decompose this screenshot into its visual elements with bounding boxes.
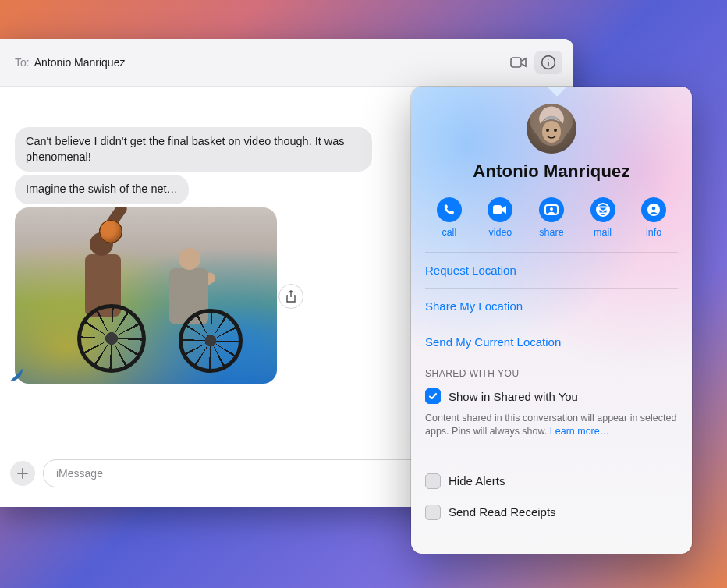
popover-actions: call video <box>411 182 692 252</box>
contact-avatar[interactable] <box>527 104 576 154</box>
compose-placeholder: iMessage <box>56 467 103 480</box>
row-send-current-location-label: Send My Current Location <box>425 335 561 349</box>
check-icon <box>428 391 438 401</box>
action-share[interactable]: share <box>529 197 574 238</box>
action-call-label: call <box>442 227 456 238</box>
popover-contact-name: Antonio Manriquez <box>411 161 692 182</box>
received-image-bubble[interactable] <box>15 207 277 384</box>
action-video-label: video <box>488 227 512 238</box>
row-show-in-shared[interactable]: Show in Shared with You <box>425 379 678 407</box>
row-hide-alerts[interactable]: Hide Alerts <box>425 462 678 492</box>
info-icon <box>541 55 556 70</box>
to-label: To: <box>15 56 30 69</box>
received-bubble-1-text: Can't believe I didn't get the final bas… <box>26 135 345 163</box>
row-share-my-location-label: Share My Location <box>425 299 523 313</box>
row-request-location[interactable]: Request Location <box>425 252 678 288</box>
action-video[interactable]: video <box>477 197 523 238</box>
action-call[interactable]: call <box>427 197 472 238</box>
conversation-titlebar: To: Antonio Manriquez <box>0 39 573 87</box>
action-mail-label: mail <box>594 227 612 238</box>
received-image <box>15 207 277 384</box>
svg-rect-0 <box>511 58 521 67</box>
video-action-icon <box>493 205 507 214</box>
row-share-my-location[interactable]: Share My Location <box>425 288 678 324</box>
contact-card-icon <box>647 203 661 217</box>
svg-point-5 <box>546 129 549 132</box>
popover-list: Request Location Share My Location Send … <box>411 252 692 523</box>
shared-with-you-title: SHARED WITH YOU <box>425 360 678 379</box>
to-recipient[interactable]: Antonio Manriquez <box>34 56 126 69</box>
phone-icon <box>443 204 456 216</box>
action-mail[interactable]: mail <box>580 197 626 238</box>
memoji-icon <box>531 108 572 149</box>
video-icon <box>510 56 527 69</box>
received-bubble-2-text: Imagine the swish of the net… <box>26 182 178 195</box>
hide-alerts-label: Hide Alerts <box>449 474 505 487</box>
popover-header: Antonio Manriquez <box>411 87 692 182</box>
shared-note-learn-more[interactable]: Learn more… <box>550 426 609 437</box>
show-in-shared-checkbox[interactable] <box>425 388 441 404</box>
hide-alerts-checkbox[interactable] <box>425 473 441 489</box>
received-bubble-1[interactable]: Can't believe I didn't get the final bas… <box>15 127 372 172</box>
action-share-label: share <box>539 227 563 238</box>
row-send-read-receipts[interactable]: Send Read Receipts <box>425 492 678 523</box>
shared-with-you-note: Content shared in this conversation will… <box>425 407 678 462</box>
compose-plus-button[interactable] <box>10 461 35 486</box>
received-bubble-2[interactable]: Imagine the swish of the net… <box>15 175 189 204</box>
svg-rect-7 <box>493 205 502 214</box>
plus-icon <box>16 467 29 480</box>
desktop: To: Antonio Manriquez Thanl <box>0 0 727 588</box>
svg-rect-11 <box>598 207 607 214</box>
send-read-receipts-checkbox[interactable] <box>425 505 441 520</box>
mail-icon <box>596 203 610 217</box>
action-info-label: info <box>646 227 661 238</box>
action-info[interactable]: info <box>631 197 676 238</box>
row-send-current-location[interactable]: Send My Current Location <box>425 324 678 360</box>
svg-point-6 <box>554 129 557 132</box>
info-button[interactable] <box>534 51 562 74</box>
svg-point-9 <box>550 207 553 211</box>
svg-point-2 <box>548 59 549 60</box>
send-read-receipts-label: Send Read Receipts <box>449 505 556 519</box>
facetime-video-button[interactable] <box>505 51 533 74</box>
image-share-button[interactable] <box>278 284 303 309</box>
svg-point-4 <box>542 121 561 143</box>
details-popover: Antonio Manriquez call video <box>411 87 692 554</box>
svg-point-13 <box>652 207 656 211</box>
show-in-shared-label: Show in Shared with You <box>449 390 578 403</box>
row-request-location-label: Request Location <box>425 264 516 277</box>
share-icon <box>285 290 296 303</box>
shareplay-icon <box>544 204 559 215</box>
